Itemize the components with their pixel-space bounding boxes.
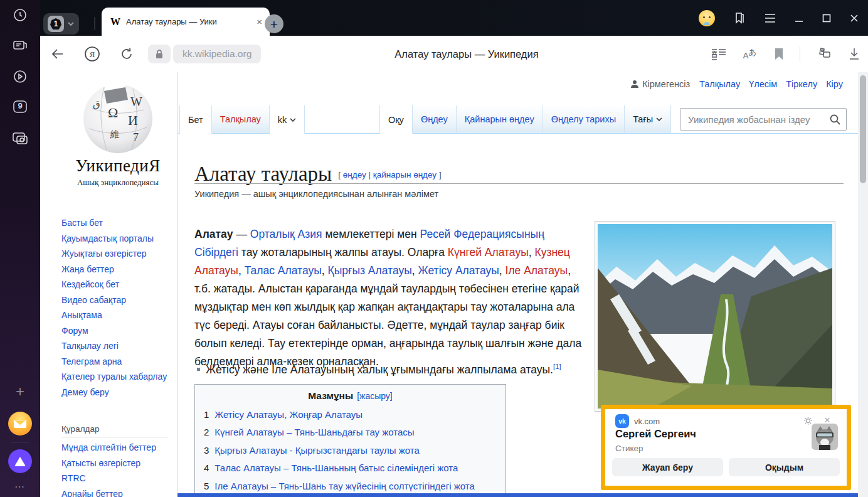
toc-hide-link[interactable]: [жасыру]	[357, 391, 393, 401]
tab-talk[interactable]: Талқылау	[212, 105, 270, 133]
personal-link[interactable]: Кіру	[826, 79, 843, 89]
search-input[interactable]	[687, 114, 829, 126]
wiki-redlink[interactable]: Іле Алатауы	[505, 264, 568, 277]
tab-more[interactable]: Тағы	[625, 105, 671, 133]
notification-settings-icon[interactable]	[803, 416, 813, 425]
wiki-sidebar-link[interactable]: Қауымдастық порталы	[61, 231, 172, 247]
toc-item: 3Қырғыз Алатауы - Қырғызстандағы таулы ж…	[204, 445, 497, 456]
search-icon[interactable]	[829, 114, 841, 126]
tab-group-button[interactable]: 1	[43, 13, 79, 35]
article-image[interactable]	[595, 221, 835, 412]
wiki-sidebar-link[interactable]: Талқылау легі	[61, 338, 172, 354]
wiki-sidebar-link[interactable]: Анықтама	[61, 307, 172, 323]
wiki-link[interactable]: Қырғыз Алатауы	[328, 264, 412, 277]
notes-icon[interactable]	[12, 38, 28, 54]
tab-page[interactable]: Бет	[179, 105, 212, 134]
reference-link[interactable]: [1]	[553, 363, 561, 370]
wiki-action-tab[interactable]: Өңдеу	[413, 105, 457, 133]
wiki-link[interactable]: Жетісу Алатауы	[418, 264, 499, 277]
vk-logo-icon: vk	[615, 414, 629, 428]
toc-item: 4Талас Алатауы – Тянь-Шаньның батыс сіле…	[204, 462, 497, 473]
history-icon[interactable]	[13, 8, 28, 23]
translate-icon[interactable]: A あ	[742, 47, 758, 61]
yandex-icon[interactable]: Я	[84, 46, 100, 62]
wiki-sidebar-link[interactable]: Жуықтағы өзгерістер	[61, 246, 172, 262]
menu-icon[interactable]	[764, 13, 776, 23]
edit-link[interactable]: өңдеу	[343, 170, 366, 179]
svg-text:И: И	[128, 112, 138, 128]
read-button[interactable]: Оқыдым	[729, 458, 840, 476]
browser-sidebar: 9 + ⋯	[0, 0, 40, 497]
profile-avatar[interactable]	[699, 10, 715, 26]
site-security-badge[interactable]	[148, 45, 171, 63]
wiki-sidebar-link[interactable]: Телеграм арна	[61, 354, 172, 370]
page-title-toolbar: Алатау таулары — Уикипедия	[253, 36, 680, 72]
svg-text:維: 維	[110, 129, 120, 140]
reader-mode-icon[interactable]: A	[711, 48, 726, 60]
minimize-icon[interactable]	[794, 13, 804, 23]
toc-item-link[interactable]: Іле Алатауы – Тянь-Шань тау жүйесінің со…	[214, 481, 474, 491]
back-icon[interactable]	[50, 47, 65, 61]
toc-item-link[interactable]: Жетісу Алатауы, Жоңғар Алатауы	[214, 409, 363, 420]
tab-close-icon[interactable]: ×	[255, 16, 263, 28]
wiki-tools-link[interactable]: Қатысты өзгерістер	[61, 456, 172, 471]
wiki-sidebar-link[interactable]: Қателер туралы хабарлау	[61, 369, 172, 385]
download-icon[interactable]	[848, 47, 860, 61]
video-icon[interactable]	[13, 69, 28, 84]
wiki-tools-link[interactable]: RTRC	[61, 471, 172, 486]
wiki-sidebar-link[interactable]: Жаңа беттер	[61, 262, 172, 277]
address-bar[interactable]: kk.wikipedia.org	[173, 45, 261, 63]
paragraph-text: ,	[412, 264, 418, 277]
svg-text:ق: ق	[93, 99, 100, 110]
toc-item-link[interactable]: Қырғыз Алатауы - Қырғызстандағы таулы жо…	[214, 445, 419, 456]
scrollbar-thumb[interactable]	[860, 75, 866, 183]
sidebar-add-icon[interactable]: +	[16, 384, 24, 399]
wiki-sidebar-link[interactable]: Форум	[61, 323, 172, 339]
sender-avatar	[812, 424, 838, 450]
page-scrollbar[interactable]	[858, 72, 868, 497]
close-icon[interactable]	[849, 13, 859, 23]
wiki-redlink[interactable]: Күнгей Алатауы	[448, 246, 529, 259]
wiki-sidebar-link[interactable]: Демеу беру	[61, 385, 172, 400]
title-rule	[194, 183, 844, 184]
bookmark-icon[interactable]	[774, 48, 784, 60]
reply-button[interactable]: Жауап беру	[612, 458, 723, 476]
wiki-link[interactable]: Орталық Азия	[250, 228, 322, 240]
yandex-mail-icon[interactable]	[8, 412, 32, 436]
personal-link[interactable]: Тіркелу	[786, 79, 817, 89]
wiki-sidebar-link[interactable]: Кездейсоқ бет	[61, 277, 172, 292]
collections-icon[interactable]	[733, 11, 746, 25]
refresh-icon[interactable]	[119, 46, 134, 61]
maximize-icon[interactable]	[822, 13, 832, 23]
tab-counter-badge[interactable]: 9	[12, 99, 28, 114]
wiki-action-tab[interactable]: Оқу	[379, 105, 413, 134]
paragraph-text: —	[233, 228, 250, 240]
vk-notification-popup[interactable]: vk vk.com × Сергей Сергеич Стикер	[601, 405, 851, 490]
tab-language-variant[interactable]: kk	[270, 105, 305, 134]
wiki-action-tab[interactable]: Өңделу тарихы	[543, 105, 625, 133]
paragraph-text: ,	[499, 264, 505, 277]
browser-tab-active[interactable]: W Алатау таулары — Уики ×	[102, 8, 270, 36]
toc-item-link[interactable]: Күнгей Алатауы – Тянь-Шаньдағы тау жотас…	[214, 427, 414, 437]
wiki-sidebar-link[interactable]: Видео сабақтар	[61, 292, 172, 308]
wiki-action-tab[interactable]: Қайнарын өңдеу	[457, 105, 543, 133]
wiki-tools-link[interactable]: Арнайы беттер	[61, 486, 172, 497]
new-tab-button[interactable]: +	[265, 14, 283, 33]
paragraph-text: ,	[322, 264, 328, 277]
personal-link[interactable]: Үлесім	[749, 79, 777, 89]
wiki-search-box[interactable]	[680, 108, 847, 131]
screenshot-icon[interactable]	[11, 131, 29, 147]
toc-item-link[interactable]: Талас Алатауы – Тянь-Шаньның батыс сілем…	[214, 462, 458, 473]
svg-text:あ: あ	[749, 48, 756, 56]
wiki-sidebar-link[interactable]: Басты бет	[61, 215, 172, 231]
extensions-icon[interactable]	[816, 46, 832, 61]
wiki-link[interactable]: Талас Алатауы	[245, 264, 322, 277]
wikipedia-logo[interactable]: W Ω И 維 7 ق УикипедиЯ Ашық энциклопедияс…	[56, 77, 179, 188]
personal-link[interactable]: Талқылау	[699, 79, 740, 89]
alice-assistant-icon[interactable]	[8, 449, 32, 473]
sidebar-more-icon[interactable]: ⋯	[14, 481, 26, 493]
edit-source-link[interactable]: қайнарын өңдеу	[373, 170, 437, 179]
tab-group-count: 1	[50, 18, 61, 29]
wiki-tools-link[interactable]: Мұнда сілтейтін беттер	[61, 440, 172, 456]
article-paragraph: Алатау — Орталық Азия мемлекеттері мен Р…	[194, 225, 586, 371]
